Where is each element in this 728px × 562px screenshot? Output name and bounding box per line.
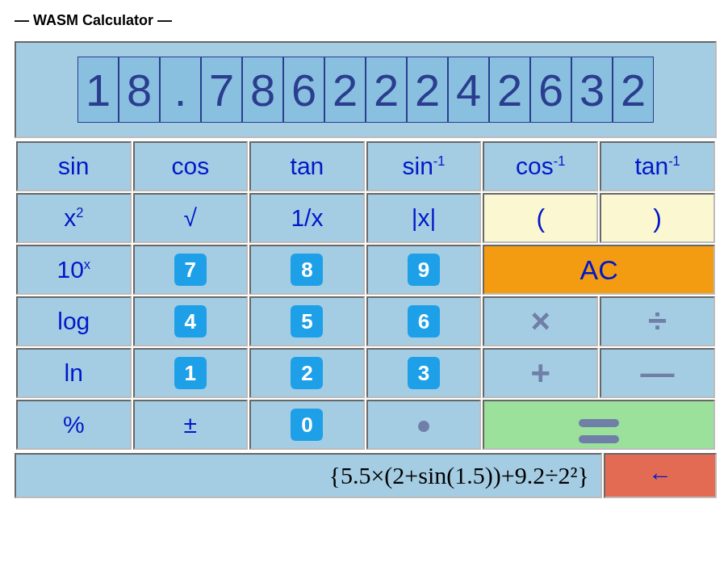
multiply-icon: × xyxy=(531,302,551,340)
display-digit: . xyxy=(160,57,201,123)
all-clear-button[interactable]: AC xyxy=(483,245,715,295)
display-digit: 2 xyxy=(366,57,407,123)
digit-1-button[interactable]: 1 xyxy=(133,348,249,398)
equals-icon xyxy=(579,419,619,443)
display-digit: 6 xyxy=(283,57,324,123)
digit-2-button[interactable]: 2 xyxy=(249,348,365,398)
digit-0-button[interactable]: 0 xyxy=(249,400,365,450)
decimal-button[interactable] xyxy=(366,400,482,450)
keypad: sin cos tan sin-1 cos-1 tan-1 x2 √ 1/x |… xyxy=(15,140,717,451)
rparen-button[interactable]: ) xyxy=(600,193,715,243)
equals-button[interactable] xyxy=(483,400,715,450)
display-digit: 2 xyxy=(324,57,366,123)
display-digit: 6 xyxy=(530,57,571,123)
atan-button[interactable]: tan-1 xyxy=(600,141,715,191)
tenx-button[interactable]: 10x xyxy=(16,245,132,295)
add-button[interactable]: + xyxy=(483,348,598,398)
multiply-button[interactable]: × xyxy=(483,296,598,346)
minus-icon: — xyxy=(641,354,675,392)
display-digit: 4 xyxy=(448,57,489,123)
digit-6-button[interactable]: 6 xyxy=(366,296,482,346)
display-digit: 2 xyxy=(407,57,448,123)
acos-button[interactable]: cos-1 xyxy=(483,141,598,191)
reciprocal-button[interactable]: 1/x xyxy=(249,193,365,243)
sin-button[interactable]: sin xyxy=(16,141,132,191)
digit-5-button[interactable]: 5 xyxy=(249,296,365,346)
lparen-button[interactable]: ( xyxy=(483,193,598,243)
plus-minus-button[interactable]: ± xyxy=(133,400,249,450)
display-digit: 8 xyxy=(119,57,160,123)
asin-button[interactable]: sin-1 xyxy=(366,141,482,191)
percent-button[interactable]: % xyxy=(16,400,132,450)
backspace-button[interactable]: ← xyxy=(604,453,717,498)
display-digits: 18.78622242632 xyxy=(77,57,654,123)
cos-button[interactable]: cos xyxy=(133,141,249,191)
abs-button[interactable]: |x| xyxy=(366,193,482,243)
display-digit: 7 xyxy=(201,57,242,123)
calculator: 18.78622242632 sin cos tan sin-1 cos-1 t… xyxy=(15,41,717,498)
app-title: — WASM Calculator — xyxy=(15,12,720,29)
square-button[interactable]: x2 xyxy=(16,193,132,243)
footer: {5.5×(2+sin(1.5))+9.2÷2²} ← xyxy=(15,453,717,498)
divide-button[interactable]: ÷ xyxy=(600,296,715,346)
plus-icon: + xyxy=(531,354,551,392)
divide-icon: ÷ xyxy=(648,302,667,340)
log-button[interactable]: log xyxy=(16,296,132,346)
display: 18.78622242632 xyxy=(15,41,717,138)
digit-3-button[interactable]: 3 xyxy=(366,348,482,398)
display-digit: 3 xyxy=(571,57,613,123)
display-digit: 2 xyxy=(489,57,530,123)
subtract-button[interactable]: — xyxy=(600,348,715,398)
sqrt-button[interactable]: √ xyxy=(133,193,249,243)
display-digit: 1 xyxy=(77,57,119,123)
display-digit: 2 xyxy=(613,57,654,123)
tan-button[interactable]: tan xyxy=(249,141,365,191)
ln-button[interactable]: ln xyxy=(16,348,132,398)
digit-9-button[interactable]: 9 xyxy=(366,245,482,295)
expression-display: {5.5×(2+sin(1.5))+9.2÷2²} xyxy=(15,453,602,498)
digit-4-button[interactable]: 4 xyxy=(133,296,249,346)
back-arrow-icon: ← xyxy=(648,462,672,489)
digit-7-button[interactable]: 7 xyxy=(133,245,249,295)
dot-icon xyxy=(418,421,429,432)
display-digit: 8 xyxy=(242,57,283,123)
digit-8-button[interactable]: 8 xyxy=(249,245,365,295)
